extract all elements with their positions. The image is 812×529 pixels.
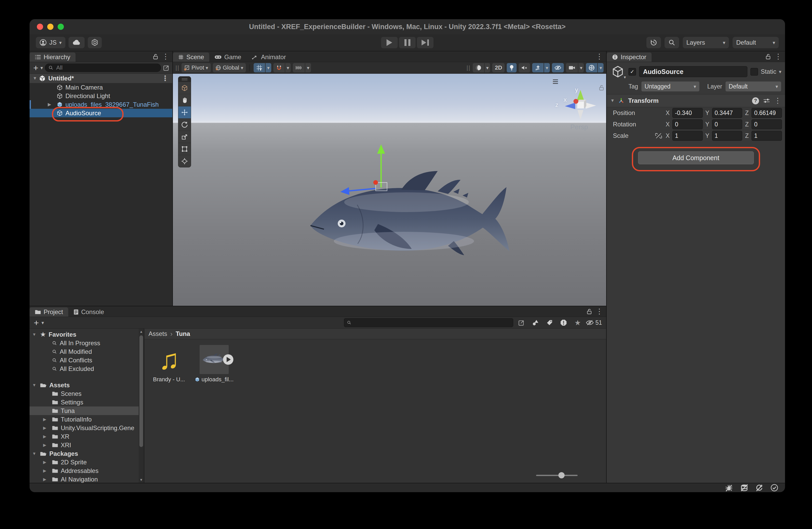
asset-item-model[interactable]: uploads_fil... bbox=[197, 345, 232, 383]
create-dropdown-icon[interactable]: ▾ bbox=[41, 65, 43, 70]
hierarchy-item-audiosource[interactable]: AudioSource bbox=[30, 109, 172, 117]
cloud-services-button[interactable] bbox=[69, 37, 85, 48]
link-scale-icon[interactable] bbox=[654, 132, 663, 139]
orientation-gizmo[interactable] bbox=[561, 85, 600, 124]
cache-server-disabled-icon[interactable] bbox=[740, 484, 748, 491]
hierarchy-item-tunafish[interactable]: ▶ uploads_files_3829667_TunaFish bbox=[30, 100, 172, 109]
tab-project[interactable]: Project bbox=[30, 307, 68, 317]
rotate-tool[interactable] bbox=[178, 118, 191, 131]
tab-animator[interactable]: Animator bbox=[246, 53, 291, 62]
kebab-menu-icon[interactable]: ⋮ bbox=[596, 308, 603, 315]
scene-row[interactable]: ▼ Untitled* ⋮ bbox=[30, 74, 172, 83]
create-button[interactable]: + bbox=[33, 63, 39, 72]
gizmo-z-label[interactable]: z bbox=[555, 101, 559, 108]
rect-tool[interactable] bbox=[178, 143, 191, 155]
draw-mode-button[interactable] bbox=[473, 63, 484, 72]
chevron-right-icon[interactable]: ▶ bbox=[43, 434, 46, 439]
scroll-down-icon[interactable]: ▼ bbox=[139, 478, 144, 482]
hierarchy-item-directional-light[interactable]: Directional Light bbox=[30, 92, 172, 100]
lock-icon[interactable] bbox=[586, 308, 592, 314]
folder-settings[interactable]: Settings bbox=[30, 398, 139, 407]
position-z-field[interactable] bbox=[752, 108, 782, 118]
gizmos-dropdown[interactable]: ▾ bbox=[598, 63, 604, 72]
grid-visibility-toggle[interactable]: Y bbox=[253, 63, 265, 72]
pick-window-icon[interactable] bbox=[516, 318, 527, 327]
pick-window-icon[interactable] bbox=[163, 64, 170, 71]
tab-inspector[interactable]: Inspector bbox=[607, 53, 652, 62]
pause-button[interactable] bbox=[399, 37, 416, 48]
kebab-menu-icon[interactable]: ⋮ bbox=[162, 53, 169, 60]
debugger-disabled-icon[interactable] bbox=[725, 484, 733, 491]
gizmo-lock-icon[interactable] bbox=[599, 85, 604, 91]
chevron-down-icon[interactable]: ▾ bbox=[624, 75, 626, 80]
kebab-menu-icon[interactable]: ⋮ bbox=[774, 97, 781, 104]
folder-scenes[interactable]: Scenes bbox=[30, 390, 139, 398]
breadcrumb-assets[interactable]: Assets bbox=[148, 330, 167, 337]
folder-xri[interactable]: ▶ XRI bbox=[30, 441, 139, 449]
breadcrumb-tuna[interactable]: Tuna bbox=[176, 330, 190, 337]
position-y-field[interactable] bbox=[712, 108, 742, 118]
chevron-right-icon[interactable]: ▶ bbox=[43, 417, 46, 422]
search-button[interactable] bbox=[665, 37, 679, 48]
hierarchy-item-main-camera[interactable]: Main Camera bbox=[30, 83, 172, 92]
chevron-down-icon[interactable]: ▼ bbox=[32, 451, 37, 456]
chevron-down-icon[interactable]: ▾ bbox=[779, 69, 781, 74]
favorite-all-in-progress[interactable]: All In Progress bbox=[30, 339, 139, 347]
chevron-right-icon[interactable]: ▶ bbox=[43, 468, 46, 473]
active-checkbox[interactable]: ✓ bbox=[628, 68, 636, 75]
layout-dropdown[interactable]: Default ▾ bbox=[733, 37, 779, 48]
favorite-all-modified[interactable]: All Modified bbox=[30, 347, 139, 356]
toolbar-drag-handle[interactable]: || bbox=[466, 64, 470, 71]
global-toggle[interactable]: Global ▾ bbox=[213, 63, 246, 72]
position-x-field[interactable] bbox=[672, 108, 703, 118]
step-button[interactable] bbox=[417, 37, 434, 48]
hand-tool[interactable] bbox=[178, 94, 191, 106]
invalid-filter-icon[interactable] bbox=[558, 318, 569, 327]
package-addressables[interactable]: ▶ Addressables bbox=[30, 467, 139, 475]
package-ai-navigation[interactable]: ▶ AI Navigation bbox=[30, 475, 139, 483]
scroll-up-icon[interactable]: ▲ bbox=[139, 330, 144, 334]
static-checkbox[interactable] bbox=[751, 68, 758, 75]
viewport-menu-icon[interactable]: ≡ bbox=[552, 76, 559, 87]
scene-viewport[interactable]: y x z Persp ≡ bbox=[173, 74, 606, 306]
gameobject-name-field[interactable] bbox=[639, 66, 748, 77]
play-button[interactable] bbox=[381, 37, 398, 48]
grid-snap-dropdown[interactable]: ▾ bbox=[265, 63, 271, 72]
chevron-right-icon[interactable]: ▶ bbox=[43, 460, 46, 465]
transform-tool[interactable] bbox=[178, 155, 191, 167]
chevron-right-icon[interactable]: ▶ bbox=[43, 425, 46, 430]
kebab-menu-icon[interactable]: ⋮ bbox=[774, 53, 782, 60]
presets-icon[interactable] bbox=[763, 98, 770, 104]
project-tree-scrollbar[interactable]: ▲ ▼ bbox=[139, 328, 144, 483]
hidden-items-toggle[interactable]: 51 bbox=[586, 319, 603, 326]
create-asset-dropdown-icon[interactable]: ▾ bbox=[42, 320, 44, 325]
chevron-right-icon[interactable]: ▶ bbox=[43, 477, 46, 482]
tab-console[interactable]: Console bbox=[68, 307, 109, 317]
effects-dropdown[interactable]: ▾ bbox=[544, 63, 550, 72]
gizmo-x-label[interactable]: x bbox=[564, 96, 567, 103]
kebab-menu-icon[interactable]: ⋮ bbox=[161, 75, 169, 82]
snap-toggle[interactable] bbox=[273, 63, 285, 72]
pivot-toggle[interactable]: Pivot ▾ bbox=[182, 63, 211, 72]
chevron-down-icon[interactable]: ▼ bbox=[610, 98, 615, 103]
camera-dropdown[interactable]: ▾ bbox=[578, 63, 584, 72]
account-dropdown[interactable]: JS ▾ bbox=[36, 37, 66, 48]
tag-dropdown[interactable]: Untagged ▾ bbox=[641, 81, 699, 92]
favorites-filter-icon[interactable]: ★ bbox=[572, 318, 583, 327]
tab-scene[interactable]: Scene bbox=[173, 53, 209, 62]
rotation-x-field[interactable] bbox=[672, 119, 703, 129]
tuna-fish-model[interactable] bbox=[303, 163, 510, 283]
scale-y-field[interactable] bbox=[712, 131, 742, 141]
rotation-y-field[interactable] bbox=[712, 119, 742, 129]
scale-x-field[interactable] bbox=[672, 131, 703, 141]
lock-icon[interactable] bbox=[765, 54, 771, 60]
gizmo-y-label[interactable]: y bbox=[575, 86, 578, 93]
scale-z-field[interactable] bbox=[752, 131, 782, 141]
increment-snap-dropdown[interactable]: ▾ bbox=[305, 63, 311, 72]
package-2d-sprite[interactable]: ▶ 2D Sprite bbox=[30, 458, 139, 467]
refresh-disabled-icon[interactable] bbox=[755, 484, 763, 491]
perspective-label[interactable]: Persp bbox=[562, 123, 596, 131]
create-asset-button[interactable]: + bbox=[34, 318, 39, 327]
chevron-right-icon[interactable]: ▶ bbox=[43, 443, 46, 447]
favorite-all-excluded[interactable]: All Excluded bbox=[30, 365, 139, 373]
